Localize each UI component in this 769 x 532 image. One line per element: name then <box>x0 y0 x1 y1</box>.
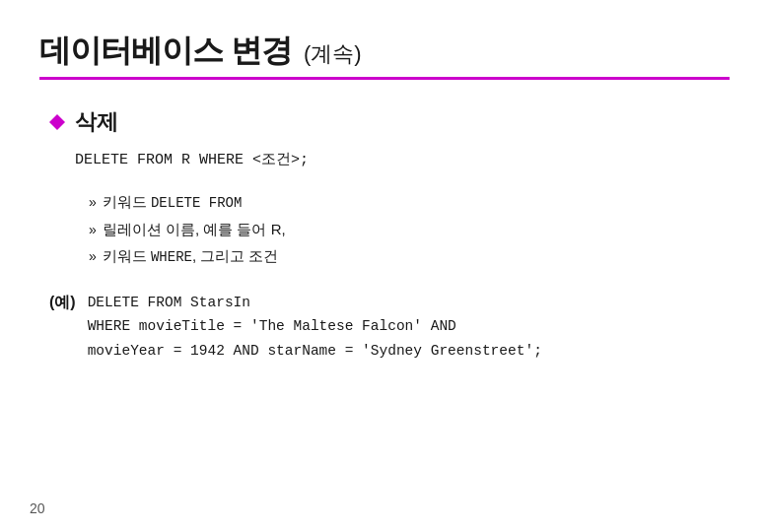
title-underline <box>39 77 730 80</box>
example-line-3: movieYear = 1942 AND starName = 'Sydney … <box>88 339 542 364</box>
list-item: » 키워드 DELETE FROM <box>89 188 730 216</box>
bullet-arrow-3: » <box>89 244 97 269</box>
title-area: 데이터베이스 변경 (계속) <box>39 30 730 73</box>
bullet-text-2: 릴레이션 이름, 예를 들어 R, <box>103 216 286 242</box>
bullet-text-3: 키워드 WHERE, 그리고 조건 <box>103 242 279 270</box>
title-sub: (계속) <box>304 39 362 69</box>
example-label: (예) <box>49 291 76 313</box>
diamond-bullet <box>49 114 65 130</box>
page-number: 20 <box>30 500 45 516</box>
example-line-1: DELETE FROM StarsIn <box>88 291 542 315</box>
syntax-text: DELETE FROM R WHERE <조건>; <box>75 152 309 168</box>
section-header: 삭제 <box>49 107 730 137</box>
code-inline-3: WHERE <box>151 249 192 265</box>
content-area: 삭제 DELETE FROM R WHERE <조건>; » 키워드 DELET… <box>39 107 730 363</box>
bullet-text-1: 키워드 DELETE FROM <box>103 188 243 216</box>
example-code: DELETE FROM StarsIn WHERE movieTitle = '… <box>88 291 542 364</box>
slide: 데이터베이스 변경 (계속) 삭제 DELETE FROM R WHERE <조… <box>0 0 769 532</box>
bullet-arrow-2: » <box>89 218 97 242</box>
code-inline-1: DELETE FROM <box>151 195 242 211</box>
bullet-list: » 키워드 DELETE FROM » 릴레이션 이름, 예를 들어 R, » … <box>89 188 730 271</box>
section-title: 삭제 <box>75 107 118 137</box>
bullet-arrow-1: » <box>89 190 97 215</box>
title-main: 데이터베이스 변경 <box>39 30 292 73</box>
syntax-block: DELETE FROM R WHERE <조건>; <box>75 149 730 172</box>
list-item: » 릴레이션 이름, 예를 들어 R, <box>89 216 730 242</box>
example-line-2: WHERE movieTitle = 'The Maltese Falcon' … <box>88 314 542 339</box>
example-section: (예) DELETE FROM StarsIn WHERE movieTitle… <box>49 291 730 364</box>
list-item: » 키워드 WHERE, 그리고 조건 <box>89 242 730 270</box>
